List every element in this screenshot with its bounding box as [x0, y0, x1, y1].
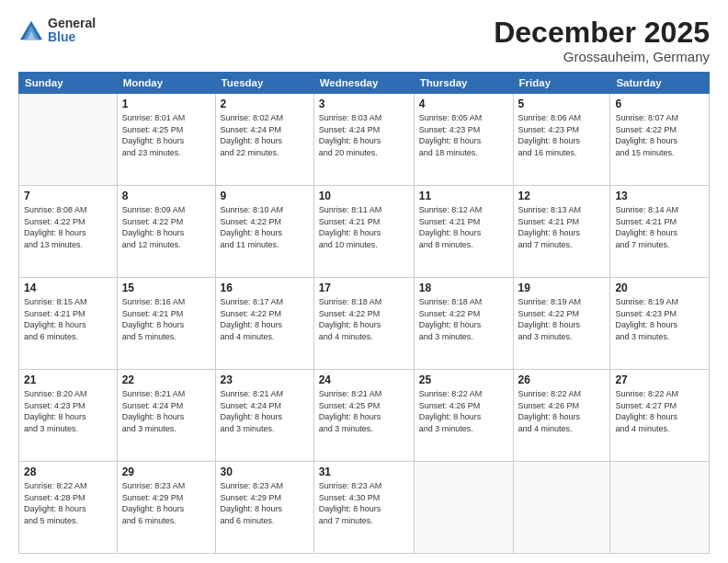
day-info: Sunrise: 8:20 AM Sunset: 4:23 PM Dayligh… — [24, 388, 112, 434]
calendar-cell: 9Sunrise: 8:10 AM Sunset: 4:22 PM Daylig… — [215, 186, 313, 278]
day-number: 7 — [24, 190, 112, 202]
day-number: 17 — [319, 282, 409, 294]
calendar-cell: 14Sunrise: 8:15 AM Sunset: 4:21 PM Dayli… — [19, 278, 118, 370]
calendar-cell: 23Sunrise: 8:21 AM Sunset: 4:24 PM Dayli… — [215, 370, 313, 462]
day-info: Sunrise: 8:22 AM Sunset: 4:26 PM Dayligh… — [518, 388, 606, 434]
day-info: Sunrise: 8:19 AM Sunset: 4:23 PM Dayligh… — [615, 296, 704, 342]
weekday-header-thursday: Thursday — [414, 73, 513, 94]
day-info: Sunrise: 8:14 AM Sunset: 4:21 PM Dayligh… — [615, 204, 704, 250]
day-info: Sunrise: 8:13 AM Sunset: 4:21 PM Dayligh… — [518, 204, 606, 250]
calendar-cell: 21Sunrise: 8:20 AM Sunset: 4:23 PM Dayli… — [19, 370, 118, 462]
logo-blue-text: Blue — [48, 30, 96, 44]
calendar-cell — [513, 462, 610, 554]
day-info: Sunrise: 8:19 AM Sunset: 4:22 PM Dayligh… — [518, 296, 606, 342]
calendar-cell: 15Sunrise: 8:16 AM Sunset: 4:21 PM Dayli… — [117, 278, 215, 370]
day-number: 10 — [319, 190, 409, 202]
calendar-week-4: 28Sunrise: 8:22 AM Sunset: 4:28 PM Dayli… — [19, 462, 710, 554]
calendar-cell: 8Sunrise: 8:09 AM Sunset: 4:22 PM Daylig… — [117, 186, 215, 278]
weekday-header-saturday: Saturday — [610, 73, 710, 94]
calendar-cell: 26Sunrise: 8:22 AM Sunset: 4:26 PM Dayli… — [513, 370, 610, 462]
weekday-header-wednesday: Wednesday — [313, 73, 414, 94]
calendar-cell: 27Sunrise: 8:22 AM Sunset: 4:27 PM Dayli… — [610, 370, 710, 462]
day-info: Sunrise: 8:22 AM Sunset: 4:26 PM Dayligh… — [419, 388, 508, 434]
day-number: 14 — [24, 282, 112, 294]
day-number: 13 — [615, 190, 704, 202]
header: General Blue December 2025 Grossauheim, … — [18, 17, 710, 64]
calendar-cell: 31Sunrise: 8:23 AM Sunset: 4:30 PM Dayli… — [313, 462, 414, 554]
calendar-cell: 1Sunrise: 8:01 AM Sunset: 4:25 PM Daylig… — [117, 94, 215, 186]
day-info: Sunrise: 8:22 AM Sunset: 4:28 PM Dayligh… — [24, 480, 112, 526]
day-number: 6 — [615, 98, 704, 110]
day-number: 26 — [518, 373, 606, 386]
day-info: Sunrise: 8:21 AM Sunset: 4:25 PM Dayligh… — [319, 388, 409, 434]
day-number: 18 — [419, 282, 508, 294]
day-number: 5 — [518, 98, 606, 110]
weekday-header-friday: Friday — [513, 73, 610, 94]
day-info: Sunrise: 8:12 AM Sunset: 4:21 PM Dayligh… — [419, 204, 508, 250]
logo-general-text: General — [48, 17, 96, 30]
calendar-cell: 11Sunrise: 8:12 AM Sunset: 4:21 PM Dayli… — [414, 186, 513, 278]
logo-text: General Blue — [48, 17, 96, 45]
day-info: Sunrise: 8:09 AM Sunset: 4:22 PM Dayligh… — [122, 204, 210, 250]
day-info: Sunrise: 8:23 AM Sunset: 4:29 PM Dayligh… — [122, 480, 210, 526]
calendar-cell: 18Sunrise: 8:18 AM Sunset: 4:22 PM Dayli… — [414, 278, 513, 370]
day-number: 2 — [221, 98, 309, 110]
day-number: 24 — [319, 373, 409, 386]
title-section: December 2025 Grossauheim, Germany — [494, 17, 710, 64]
day-number: 1 — [122, 98, 210, 110]
calendar-cell: 2Sunrise: 8:02 AM Sunset: 4:24 PM Daylig… — [215, 94, 313, 186]
calendar-cell: 22Sunrise: 8:21 AM Sunset: 4:24 PM Dayli… — [117, 370, 215, 462]
weekday-header-row: SundayMondayTuesdayWednesdayThursdayFrid… — [19, 73, 710, 94]
day-number: 30 — [221, 465, 309, 478]
day-info: Sunrise: 8:23 AM Sunset: 4:30 PM Dayligh… — [319, 480, 409, 526]
day-number: 29 — [122, 465, 210, 478]
day-info: Sunrise: 8:03 AM Sunset: 4:24 PM Dayligh… — [319, 112, 409, 158]
day-number: 4 — [419, 98, 508, 110]
day-info: Sunrise: 8:05 AM Sunset: 4:23 PM Dayligh… — [419, 112, 508, 158]
calendar-cell: 29Sunrise: 8:23 AM Sunset: 4:29 PM Dayli… — [117, 462, 215, 554]
logo-icon — [18, 17, 44, 43]
calendar-cell: 7Sunrise: 8:08 AM Sunset: 4:22 PM Daylig… — [19, 186, 118, 278]
calendar-cell: 24Sunrise: 8:21 AM Sunset: 4:25 PM Dayli… — [313, 370, 414, 462]
page: General Blue December 2025 Grossauheim, … — [0, 0, 728, 563]
day-info: Sunrise: 8:06 AM Sunset: 4:23 PM Dayligh… — [518, 112, 606, 158]
calendar-cell: 3Sunrise: 8:03 AM Sunset: 4:24 PM Daylig… — [313, 94, 414, 186]
calendar-table: SundayMondayTuesdayWednesdayThursdayFrid… — [18, 72, 710, 554]
calendar-cell: 13Sunrise: 8:14 AM Sunset: 4:21 PM Dayli… — [610, 186, 710, 278]
day-number: 12 — [518, 190, 606, 202]
calendar-cell: 20Sunrise: 8:19 AM Sunset: 4:23 PM Dayli… — [610, 278, 710, 370]
calendar-cell: 19Sunrise: 8:19 AM Sunset: 4:22 PM Dayli… — [513, 278, 610, 370]
day-info: Sunrise: 8:15 AM Sunset: 4:21 PM Dayligh… — [24, 296, 112, 342]
calendar-week-0: 1Sunrise: 8:01 AM Sunset: 4:25 PM Daylig… — [19, 94, 710, 186]
day-number: 3 — [319, 98, 409, 110]
day-info: Sunrise: 8:21 AM Sunset: 4:24 PM Dayligh… — [221, 388, 309, 434]
location-title: Grossauheim, Germany — [494, 49, 710, 64]
calendar-cell: 5Sunrise: 8:06 AM Sunset: 4:23 PM Daylig… — [513, 94, 610, 186]
calendar-week-1: 7Sunrise: 8:08 AM Sunset: 4:22 PM Daylig… — [19, 186, 710, 278]
day-number: 8 — [122, 190, 210, 202]
calendar-cell — [19, 94, 118, 186]
day-number: 20 — [615, 282, 704, 294]
weekday-header-tuesday: Tuesday — [215, 73, 313, 94]
calendar-cell: 6Sunrise: 8:07 AM Sunset: 4:22 PM Daylig… — [610, 94, 710, 186]
calendar-cell: 10Sunrise: 8:11 AM Sunset: 4:21 PM Dayli… — [313, 186, 414, 278]
day-info: Sunrise: 8:18 AM Sunset: 4:22 PM Dayligh… — [419, 296, 508, 342]
calendar-cell: 30Sunrise: 8:23 AM Sunset: 4:29 PM Dayli… — [215, 462, 313, 554]
calendar-cell: 17Sunrise: 8:18 AM Sunset: 4:22 PM Dayli… — [313, 278, 414, 370]
day-info: Sunrise: 8:01 AM Sunset: 4:25 PM Dayligh… — [122, 112, 210, 158]
logo: General Blue — [18, 17, 96, 45]
day-info: Sunrise: 8:11 AM Sunset: 4:21 PM Dayligh… — [319, 204, 409, 250]
calendar-cell: 12Sunrise: 8:13 AM Sunset: 4:21 PM Dayli… — [513, 186, 610, 278]
day-info: Sunrise: 8:02 AM Sunset: 4:24 PM Dayligh… — [221, 112, 309, 158]
calendar-cell — [414, 462, 513, 554]
day-info: Sunrise: 8:16 AM Sunset: 4:21 PM Dayligh… — [122, 296, 210, 342]
day-number: 15 — [122, 282, 210, 294]
day-number: 22 — [122, 373, 210, 386]
day-number: 16 — [221, 282, 309, 294]
day-info: Sunrise: 8:22 AM Sunset: 4:27 PM Dayligh… — [615, 388, 704, 434]
day-info: Sunrise: 8:10 AM Sunset: 4:22 PM Dayligh… — [221, 204, 309, 250]
day-number: 28 — [24, 465, 112, 478]
calendar-cell: 16Sunrise: 8:17 AM Sunset: 4:22 PM Dayli… — [215, 278, 313, 370]
calendar-cell: 25Sunrise: 8:22 AM Sunset: 4:26 PM Dayli… — [414, 370, 513, 462]
weekday-header-monday: Monday — [117, 73, 215, 94]
